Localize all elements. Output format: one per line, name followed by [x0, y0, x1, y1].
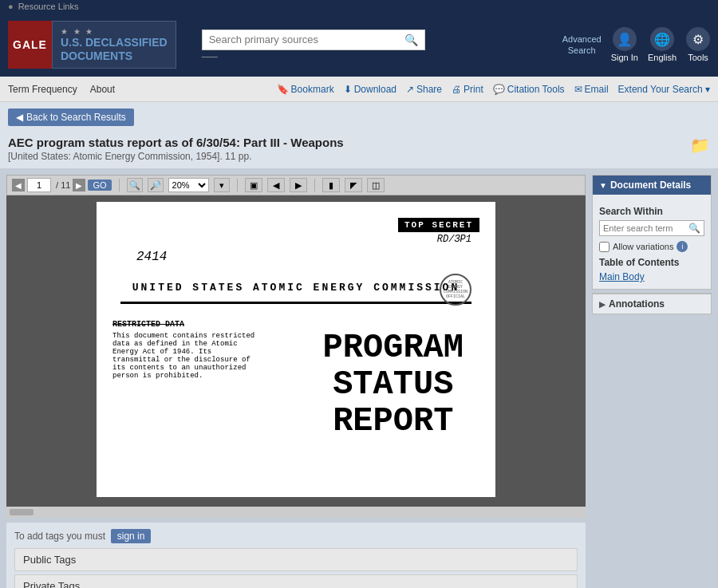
about-link[interactable]: About: [90, 77, 115, 101]
search-input[interactable]: [209, 34, 404, 45]
gear-icon: ⚙: [686, 27, 710, 51]
tools-button[interactable]: ⚙ Tools: [686, 27, 710, 62]
term-frequency-link[interactable]: Term Frequency: [8, 77, 77, 101]
citation-icon: 💬: [493, 84, 505, 95]
main-body-link[interactable]: Main Body: [599, 271, 704, 282]
view-single-button[interactable]: ▮: [322, 178, 340, 192]
tags-area: To add tags you must sign in Public Tags…: [6, 523, 586, 588]
restricted-data-body: This document contains restricted data a…: [112, 332, 256, 380]
doc-page-scroll[interactable]: TOP SECRET RD/ЗP1 2414 ATOMIC ENERGYCOMM…: [6, 195, 586, 507]
share-icon: ↗: [406, 84, 414, 95]
email-action[interactable]: ✉ Email: [574, 84, 609, 95]
zoom-dropdown-button[interactable]: ▾: [214, 178, 230, 192]
email-icon: ✉: [574, 84, 582, 95]
zoom-in-button[interactable]: 🔎: [148, 178, 164, 192]
doc-subtitle: [United States: Atomic Energy Commission…: [8, 151, 344, 162]
document-details-header[interactable]: ▼ Document Details: [593, 176, 711, 195]
doc-viewer: ◀ / 11 ▶ GO 🔍 🔎 20% 50% 75% 100% ▾ ▣: [6, 175, 586, 518]
bookmark-action[interactable]: 🔖 Bookmark: [277, 84, 334, 95]
search-box[interactable]: 🔍: [202, 30, 425, 50]
viewer-toolbar: ◀ / 11 ▶ GO 🔍 🔎 20% 50% 75% 100% ▾ ▣: [6, 175, 586, 195]
header-actions: AdvancedSearch 👤 Sign In 🌐 English ⚙ Too…: [562, 27, 710, 62]
search-within-input[interactable]: [603, 223, 688, 233]
tags-signin-text: To add tags you must sign in: [14, 529, 578, 543]
annotations-header[interactable]: ▶ Annotations: [593, 294, 711, 314]
public-tags-section[interactable]: Public Tags: [14, 548, 578, 571]
view-thumbnail-button[interactable]: ◫: [367, 178, 385, 192]
annotations-panel: ▶ Annotations: [592, 293, 712, 314]
back-arrow-icon: ◀: [16, 112, 23, 123]
search-within-box[interactable]: 🔍: [599, 220, 704, 236]
allow-variations-checkbox[interactable]: [599, 242, 610, 252]
next-page-button[interactable]: ▶: [73, 179, 85, 191]
doc-page: TOP SECRET RD/ЗP1 2414 ATOMIC ENERGYCOMM…: [97, 202, 495, 497]
search-within-button[interactable]: 🔍: [688, 223, 700, 234]
go-button[interactable]: GO: [88, 180, 111, 191]
toolbar-separator-2: [237, 179, 238, 191]
logo-area: GALE ★ ★ ★ U.S. DECLASSIFIED DOCUMENTS: [8, 21, 176, 69]
restricted-data-title: RESTRICTED DATA: [112, 320, 256, 329]
page-number-input[interactable]: [27, 178, 51, 192]
toc-label: Table of Contents: [599, 257, 704, 268]
doc-expand-icon[interactable]: 📁: [690, 136, 710, 155]
doc-title-area: AEC program status report as of 6/30/54:…: [0, 132, 718, 168]
nav-left: Term Frequency About: [8, 77, 115, 101]
back-to-search-button[interactable]: ◀ Back to Search Results: [8, 109, 134, 126]
citation-tools-action[interactable]: 💬 Citation Tools: [493, 84, 565, 95]
rd-number: RD/ЗP1: [437, 234, 471, 245]
viewer-and-tags: ◀ / 11 ▶ GO 🔍 🔎 20% 50% 75% 100% ▾ ▣: [6, 175, 586, 588]
commission-title: UNITED STATES ATOMIC ENERGY COMMISSION: [112, 282, 479, 294]
sign-in-button[interactable]: 👤 Sign In: [611, 27, 638, 62]
download-icon: ⬇: [344, 84, 352, 95]
page-total: / 11: [53, 180, 70, 190]
print-action[interactable]: 🖨 Print: [452, 84, 483, 95]
download-action[interactable]: ⬇ Download: [344, 84, 396, 95]
next-result-button[interactable]: ▶: [290, 178, 307, 192]
official-stamp: ATOMIC ENERGYCOMMISSIONOFFICIAL: [440, 274, 471, 306]
horizontal-scrollbar[interactable]: [6, 507, 586, 518]
zoom-select[interactable]: 20% 50% 75% 100%: [168, 178, 209, 192]
private-tags-section[interactable]: Private Tags: [14, 574, 578, 588]
main-content: ◀ / 11 ▶ GO 🔍 🔎 20% 50% 75% 100% ▾ ▣: [0, 168, 718, 588]
search-button[interactable]: 🔍: [404, 34, 418, 46]
fit-page-button[interactable]: ▣: [245, 178, 262, 192]
sign-in-link[interactable]: sign in: [111, 529, 152, 543]
page-navigation: ◀ / 11 ▶ GO: [12, 178, 112, 192]
program-line3: REPORT: [323, 403, 464, 440]
program-line1: PROGRAM: [323, 330, 464, 366]
main-header: GALE ★ ★ ★ U.S. DECLASSIFIED DOCUMENTS 🔍…: [0, 13, 718, 77]
nav-right: 🔖 Bookmark ⬇ Download ↗ Share 🖨 Print 💬 …: [277, 84, 710, 95]
gale-logo: GALE: [8, 21, 52, 69]
sign-in-icon: 👤: [613, 27, 637, 51]
share-action[interactable]: ↗ Share: [406, 84, 442, 95]
english-button[interactable]: 🌐 English: [648, 27, 677, 62]
view-double-button[interactable]: ◤: [345, 178, 362, 192]
info-icon[interactable]: i: [677, 241, 688, 252]
h-scroll-thumb[interactable]: [10, 509, 34, 515]
program-status-report: PROGRAM STATUS REPORT: [323, 330, 464, 440]
prev-result-button[interactable]: ◀: [267, 178, 285, 192]
details-collapse-icon: ▼: [599, 181, 607, 190]
toolbar-separator-1: [119, 179, 120, 191]
doc-title: AEC program status report as of 6/30/54:…: [8, 136, 344, 149]
advanced-search-link[interactable]: AdvancedSearch: [562, 34, 602, 57]
zoom-out-button[interactable]: 🔍: [127, 178, 143, 192]
top-secret-stamp: TOP SECRET: [398, 218, 479, 232]
annotations-expand-icon: ▶: [599, 300, 606, 309]
horizontal-rule: [120, 302, 471, 304]
search-within-label: Search Within: [599, 206, 704, 217]
resource-links-text: Resource Links: [18, 2, 79, 11]
resource-links-bar: ● Resource Links: [0, 0, 718, 13]
handwritten-number: 2414: [136, 250, 167, 264]
prev-page-button[interactable]: ◀: [12, 179, 25, 191]
search-area: 🔍 ——: [202, 30, 550, 61]
program-line2: STATUS: [323, 366, 464, 403]
doc-logo-stars: ★ ★ ★: [61, 27, 95, 36]
extend-search-dropdown[interactable]: Extend Your Search ▾: [618, 84, 710, 95]
nav-bar: Term Frequency About 🔖 Bookmark ⬇ Downlo…: [0, 77, 718, 102]
allow-variations-row: Allow variations i: [599, 241, 704, 252]
globe-icon: 🌐: [650, 27, 674, 51]
document-details-panel: ▼ Document Details Search Within 🔍 Allow…: [592, 175, 712, 290]
doc-logo: ★ ★ ★ U.S. DECLASSIFIED DOCUMENTS: [52, 21, 176, 69]
restricted-data-block: RESTRICTED DATA This document contains r…: [112, 320, 256, 380]
